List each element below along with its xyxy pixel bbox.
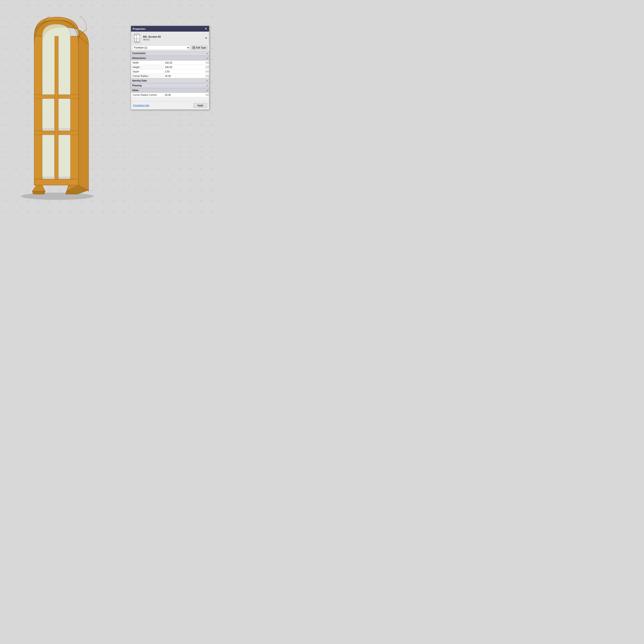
prop-btn-corner-radius-control[interactable]: ⋯ — [205, 94, 209, 96]
svg-rect-18 — [193, 48, 194, 49]
close-button[interactable]: ✕ — [204, 27, 207, 30]
constraints-toggle: « — [206, 52, 208, 55]
item-name: RD_Screen 03 — [143, 35, 203, 38]
prop-label-corner-radius: Corner Radius — [131, 74, 163, 78]
prop-row-corner-radius: Corner Radius ⋯ — [131, 74, 209, 78]
prop-value-height[interactable] — [163, 65, 205, 69]
panel-title: Properties — [133, 27, 146, 30]
section-phasing[interactable]: Phasing « — [131, 83, 209, 88]
svg-point-0 — [21, 193, 94, 200]
properties-help-link[interactable]: Properties help — [133, 104, 149, 107]
svg-rect-15 — [134, 42, 140, 42]
panel-footer: Properties help Apply — [131, 101, 209, 109]
prop-label-height: Height — [131, 65, 163, 69]
svg-rect-3 — [34, 179, 78, 185]
svg-rect-8 — [42, 135, 54, 177]
other-properties: Corner Radius Control ⋯ — [131, 93, 209, 97]
item-sub: Wood — [143, 38, 203, 41]
prop-btn-depth[interactable]: ⋯ — [205, 70, 209, 73]
dimensions-properties: Width ⋯ Height ⋯ Depth ⋯ Corner Radius ⋯ — [131, 61, 209, 78]
other-label: Other — [132, 89, 139, 92]
header-dropdown-arrow[interactable]: ▼ — [205, 36, 207, 40]
prop-label-depth: Depth — [131, 70, 163, 74]
svg-rect-17 — [194, 46, 195, 47]
section-other[interactable]: Other » — [131, 88, 209, 93]
phasing-toggle: « — [206, 84, 208, 87]
prop-row-height: Height ⋯ — [131, 65, 209, 69]
prop-value-corner-radius[interactable] — [163, 74, 205, 78]
edit-type-button[interactable]: Edit Type — [191, 45, 208, 50]
apply-button[interactable]: Apply — [193, 103, 207, 108]
svg-rect-6 — [42, 99, 54, 129]
svg-rect-2 — [70, 36, 78, 185]
main-content: Properties ✕ RD_Screen 03 Wood ▼ — [0, 0, 219, 219]
thumbnail-icon — [133, 33, 141, 43]
panel-titlebar: Properties ✕ — [131, 26, 209, 32]
identity-data-label: Identity Data — [132, 79, 147, 82]
panel-header: RD_Screen 03 Wood ▼ — [131, 32, 209, 45]
prop-row-corner-radius-control: Corner Radius Control ⋯ — [131, 93, 209, 97]
edit-type-icon — [192, 46, 195, 49]
family-row: Furniture (1) Edit Type — [131, 45, 209, 51]
panel-spacer — [131, 97, 209, 101]
prop-label-corner-radius-control: Corner Radius Control — [131, 93, 163, 97]
prop-btn-corner-radius[interactable]: ⋯ — [205, 75, 209, 77]
family-select[interactable]: Furniture (1) — [132, 45, 190, 50]
svg-rect-10 — [55, 36, 58, 179]
properties-panel: Properties ✕ RD_Screen 03 Wood ▼ — [131, 26, 209, 110]
edit-type-label: Edit Type — [196, 46, 206, 49]
dimensions-toggle: » — [206, 57, 208, 60]
prop-row-depth: Depth ⋯ — [131, 69, 209, 74]
prop-value-corner-radius-control[interactable] — [163, 93, 205, 97]
section-constraints[interactable]: Constraints « — [131, 51, 209, 56]
prop-value-depth[interactable] — [163, 70, 205, 74]
section-identity-data[interactable]: Identity Data « — [131, 78, 209, 83]
svg-rect-16 — [193, 46, 194, 47]
other-toggle: » — [206, 89, 208, 92]
viewport — [0, 0, 117, 219]
section-dimensions[interactable]: Dimensions » — [131, 56, 209, 61]
prop-value-width[interactable] — [163, 61, 205, 65]
prop-btn-width[interactable]: ⋯ — [205, 62, 209, 64]
prop-btn-height[interactable]: ⋯ — [205, 66, 209, 68]
identity-data-toggle: « — [206, 79, 208, 82]
item-info: RD_Screen 03 Wood — [143, 35, 203, 41]
prop-label-width: Width — [131, 61, 163, 65]
dimensions-label: Dimensions — [132, 57, 146, 60]
svg-rect-19 — [194, 48, 195, 49]
phasing-label: Phasing — [132, 84, 142, 87]
item-thumbnail — [133, 33, 141, 43]
svg-rect-1 — [34, 36, 42, 185]
constraints-label: Constraints — [132, 52, 146, 55]
prop-row-width: Width ⋯ — [131, 61, 209, 65]
furniture-3d — [14, 16, 101, 203]
